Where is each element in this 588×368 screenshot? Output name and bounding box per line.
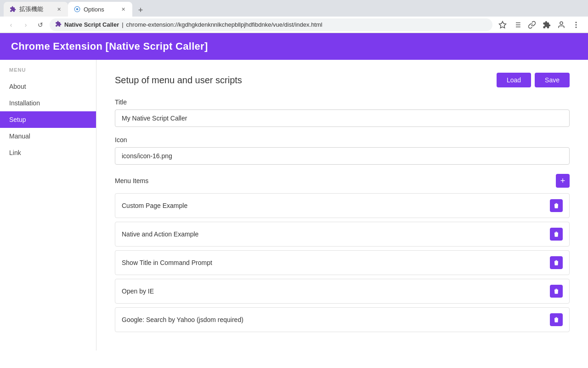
menu-item-label: Custom Page Example <box>122 202 187 209</box>
svg-point-11 <box>576 24 577 25</box>
address-site-name: Native Script Caller <box>64 21 119 28</box>
tab-extensions-close[interactable]: ✕ <box>55 6 62 13</box>
forward-button[interactable]: › <box>20 19 31 30</box>
svg-point-12 <box>576 27 577 28</box>
extensions-button[interactable] <box>540 18 553 31</box>
panel-header: Setup of menu and user scripts Load Save <box>115 73 570 87</box>
tab-options[interactable]: Options ✕ <box>68 2 132 17</box>
delete-item-2-button[interactable] <box>550 256 563 269</box>
menu-items-header: Menu Items + <box>115 174 570 188</box>
page-header-title: Chrome Extension [Native Script Caller] <box>11 40 208 52</box>
panel-title: Setup of menu and user scripts <box>115 75 242 86</box>
menu-item-row: Open by IE <box>115 279 570 304</box>
menu-item-row: Google: Search by Yahoo (jsdom required) <box>115 307 570 332</box>
tab-bar: 拡張機能 ✕ Options ✕ + <box>0 0 588 17</box>
sidebar-item-link[interactable]: Link <box>0 144 96 161</box>
menu-item-row: Custom Page Example <box>115 193 570 218</box>
sidebar-item-setup[interactable]: Setup <box>0 111 96 128</box>
new-tab-button[interactable]: + <box>134 4 147 17</box>
icon-input[interactable] <box>115 147 570 165</box>
title-form-group: Title <box>115 98 570 127</box>
add-menu-item-button[interactable]: + <box>556 174 570 188</box>
address-url: chrome-extension://kgdhgkdenknnlkchepbll… <box>126 21 322 28</box>
account-button[interactable] <box>555 18 568 31</box>
panel-action-buttons: Load Save <box>497 73 570 87</box>
tab-options-close[interactable]: ✕ <box>119 6 127 13</box>
svg-point-10 <box>576 22 577 23</box>
menu-item-label: Open by IE <box>122 288 154 295</box>
menu-items-label: Menu Items <box>115 177 148 184</box>
delete-item-4-button[interactable] <box>550 313 563 326</box>
reading-list-button[interactable] <box>511 18 524 31</box>
address-bar: ‹ › ↺ Native Script Caller | chrome-exte… <box>0 17 588 33</box>
sidebar-item-installation[interactable]: Installation <box>0 95 96 111</box>
icon-label: Icon <box>115 136 570 144</box>
delete-item-3-button[interactable] <box>550 285 563 298</box>
menu-item-row: Show Title in Command Prompt <box>115 250 570 275</box>
main-panel: Setup of menu and user scripts Load Save… <box>96 60 588 351</box>
address-separator: | <box>122 21 123 28</box>
reload-button[interactable]: ↺ <box>35 19 46 30</box>
save-button[interactable]: Save <box>535 73 570 87</box>
address-input[interactable]: Native Script Caller | chrome-extension:… <box>50 18 492 31</box>
toolbar-icons <box>496 18 582 31</box>
sidebar-item-manual[interactable]: Manual <box>0 128 96 144</box>
svg-marker-2 <box>499 21 506 28</box>
delete-item-0-button[interactable] <box>550 199 563 212</box>
menu-item-label: Show Title in Command Prompt <box>122 259 212 266</box>
delete-item-1-button[interactable] <box>550 228 563 241</box>
svg-point-1 <box>76 8 79 11</box>
tab-extensions-title: 拡張機能 <box>19 5 52 13</box>
site-favicon <box>55 21 62 29</box>
chrome-link-button[interactable] <box>526 18 538 31</box>
menu-item-label: Native and Action Example <box>122 230 198 238</box>
options-tab-icon <box>74 6 81 13</box>
sidebar: MENU About Installation Setup Manual Lin… <box>0 60 96 351</box>
bookmark-button[interactable] <box>496 18 509 31</box>
title-label: Title <box>115 98 570 106</box>
back-button[interactable]: ‹ <box>6 19 17 30</box>
menu-item-row: Native and Action Example <box>115 222 570 247</box>
page-header: Chrome Extension [Native Script Caller] <box>0 33 588 60</box>
extensions-tab-icon <box>9 6 17 13</box>
sidebar-menu-label: MENU <box>0 67 96 78</box>
svg-point-9 <box>560 22 563 24</box>
icon-form-group: Icon <box>115 136 570 165</box>
tab-extensions[interactable]: 拡張機能 ✕ <box>4 2 68 17</box>
tab-options-title: Options <box>84 6 117 13</box>
page-content: Chrome Extension [Native Script Caller] … <box>0 33 588 368</box>
title-input[interactable] <box>115 109 570 127</box>
main-layout: MENU About Installation Setup Manual Lin… <box>0 60 588 351</box>
load-button[interactable]: Load <box>497 73 531 87</box>
chrome-menu-button[interactable] <box>570 18 582 31</box>
sidebar-item-about[interactable]: About <box>0 78 96 95</box>
menu-item-label: Google: Search by Yahoo (jsdom required) <box>122 316 243 323</box>
